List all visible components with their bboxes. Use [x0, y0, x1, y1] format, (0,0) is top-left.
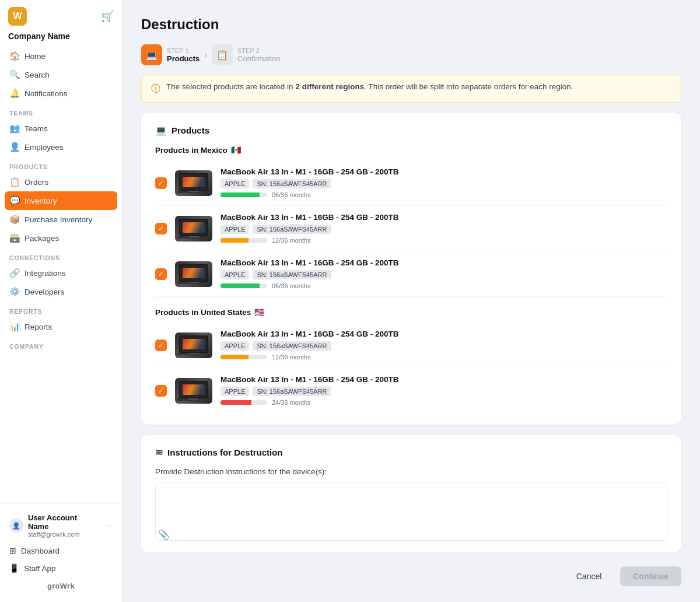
products-card: 💻 Products Products in Mexico 🇲🇽 ✓: [141, 113, 681, 425]
instructions-card-title: ≋ Instructions for Destruction: [155, 447, 667, 458]
steps-bar: 💻 STEP 1 Products › 📋 STEP 2 Confirmatio…: [141, 44, 681, 65]
svg-rect-11: [188, 236, 199, 237]
progress-bar: [220, 355, 267, 359]
brand-tag: APPLE: [220, 270, 249, 279]
sidebar-item-label: Employees: [24, 143, 64, 152]
connections-section-label: CONNECTIONS: [0, 247, 122, 264]
svg-rect-29: [188, 398, 199, 400]
instructions-input-box[interactable]: 📎: [155, 482, 667, 541]
progress-label: 06/36 months: [272, 282, 311, 289]
sidebar-item-developers[interactable]: ⚙️ Developers: [5, 282, 117, 301]
alert-icon: ⓘ: [151, 83, 160, 95]
sidebar-bottom: 👤 User Account Name staff@growrk.com → ⊞…: [0, 503, 122, 595]
product-name: MacBook Air 13 In - M1 - 16GB - 254 GB -…: [220, 330, 667, 338]
progress-row: 06/36 months: [220, 191, 667, 198]
developers-icon: ⚙️: [9, 286, 20, 297]
dashboard-icon: ⊞: [9, 546, 16, 555]
product-checkbox[interactable]: ✓: [155, 223, 167, 235]
step2-icon: 📋: [212, 44, 233, 65]
reports-nav: 📊 Reports: [0, 317, 122, 336]
svg-rect-15: [183, 268, 205, 278]
product-tags: APPLE SN: 156aSAWFS45ARR: [220, 387, 667, 396]
step-1: 💻 STEP 1 Products: [141, 44, 200, 65]
product-item: ✓: [155, 323, 667, 368]
step-arrow: ›: [204, 50, 207, 60]
product-name: MacBook Air 13 In - M1 - 16GB - 254 GB -…: [220, 213, 667, 222]
sidebar-item-label: Inventory: [24, 197, 57, 205]
user-email: staff@growrk.com: [28, 531, 100, 538]
inventory-icon: 💬: [9, 195, 20, 206]
step1-label: Products: [167, 54, 200, 63]
sidebar: W 🛒 Company Name 🏠 Home 🔍 Search 🔔 Notif…: [0, 0, 123, 602]
product-checkbox[interactable]: ✓: [155, 340, 167, 351]
teams-nav: 👥 Teams 👤 Employees: [0, 119, 122, 156]
integrations-icon: 🔗: [9, 268, 20, 278]
sidebar-item-label: Search: [24, 71, 50, 79]
sidebar-item-employees[interactable]: 👤 Employees: [5, 138, 117, 156]
connections-nav: 🔗 Integrations ⚙️ Developers: [0, 264, 122, 301]
user-account[interactable]: 👤 User Account Name staff@growrk.com →: [5, 509, 117, 542]
sidebar-item-purchase-inventory[interactable]: 📦 Purchase Inventory: [5, 210, 117, 229]
page-title: Destruction: [141, 16, 681, 33]
app-logo[interactable]: W: [8, 7, 27, 26]
sidebar-item-inventory[interactable]: 💬 Inventory: [5, 191, 117, 210]
sidebar-item-label: Home: [24, 52, 46, 61]
product-name: MacBook Air 13 In - M1 - 16GB - 254 GB -…: [220, 167, 667, 176]
brand-tag: APPLE: [220, 225, 249, 234]
sidebar-item-label: Dashboard: [21, 547, 60, 555]
company-name: Company Name: [0, 30, 122, 47]
brand-tag: APPLE: [220, 341, 249, 351]
sidebar-item-integrations[interactable]: 🔗 Integrations: [5, 264, 117, 282]
sn-tag: SN: 156aSAWFS45ARR: [253, 179, 331, 188]
sidebar-item-search[interactable]: 🔍 Search: [5, 65, 117, 84]
sidebar-item-label: Reports: [24, 323, 52, 331]
attach-icon[interactable]: 📎: [158, 529, 170, 540]
instructions-icon: ≋: [155, 447, 163, 458]
svg-rect-23: [188, 353, 199, 354]
sidebar-item-staff-app[interactable]: 📱 Staff App: [5, 559, 117, 577]
product-checkbox[interactable]: ✓: [155, 385, 167, 397]
product-image: [175, 216, 212, 242]
sidebar-item-notifications[interactable]: 🔔 Notifications: [5, 84, 117, 103]
sidebar-item-label: Teams: [24, 124, 48, 133]
logout-icon[interactable]: →: [104, 521, 113, 530]
cancel-button[interactable]: Cancel: [564, 566, 615, 586]
progress-label: 12/36 months: [272, 354, 311, 360]
product-name: MacBook Air 13 In - M1 - 16GB - 254 GB -…: [220, 375, 667, 384]
sn-tag: SN: 156aSAWFS45ARR: [253, 225, 331, 234]
svg-rect-3: [183, 177, 205, 187]
us-flag: 🇺🇸: [254, 307, 264, 317]
sidebar-item-label: Notifications: [24, 89, 68, 98]
step-2: 📋 STEP 2 Confirmation: [212, 44, 281, 65]
product-info: MacBook Air 13 In - M1 - 16GB - 254 GB -…: [220, 258, 667, 289]
instructions-label: Provide Destruction instructions for the…: [155, 467, 667, 476]
instructions-textarea[interactable]: [156, 482, 667, 523]
sidebar-item-teams[interactable]: 👥 Teams: [5, 119, 117, 138]
sidebar-item-dashboard[interactable]: ⊞ Dashboard: [5, 542, 117, 559]
progress-row: 12/36 months: [220, 237, 667, 244]
packages-icon: 🗃️: [9, 233, 20, 243]
continue-button[interactable]: Continue: [620, 566, 681, 586]
sidebar-item-orders[interactable]: 📋 Orders: [5, 173, 117, 191]
company-section-label: COMPANY: [0, 336, 122, 352]
cart-icon[interactable]: 🛒: [101, 10, 114, 23]
sn-tag: SN: 156aSAWFS45ARR: [253, 270, 331, 279]
svg-rect-17: [188, 282, 199, 283]
progress-label: 12/36 months: [272, 237, 311, 244]
sidebar-item-home[interactable]: 🏠 Home: [5, 47, 117, 65]
step2-label: Confirmation: [237, 54, 281, 63]
bell-icon: 🔔: [9, 88, 20, 99]
sidebar-item-reports[interactable]: 📊 Reports: [5, 317, 117, 336]
purchase-icon: 📦: [9, 214, 20, 225]
product-info: MacBook Air 13 In - M1 - 16GB - 254 GB -…: [220, 167, 667, 198]
sidebar-item-packages[interactable]: 🗃️ Packages: [5, 229, 117, 247]
progress-bar: [220, 238, 267, 243]
alert-box: ⓘ The selected products are located in 2…: [141, 75, 681, 103]
teams-icon: 👥: [9, 123, 20, 134]
sidebar-header: W 🛒: [0, 0, 122, 30]
product-checkbox[interactable]: ✓: [155, 268, 167, 280]
product-checkbox[interactable]: ✓: [155, 177, 167, 189]
user-name: User Account Name: [28, 513, 100, 531]
main-content: Destruction 💻 STEP 1 Products › 📋 STEP 2…: [123, 0, 700, 602]
product-info: MacBook Air 13 In - M1 - 16GB - 254 GB -…: [220, 375, 667, 406]
